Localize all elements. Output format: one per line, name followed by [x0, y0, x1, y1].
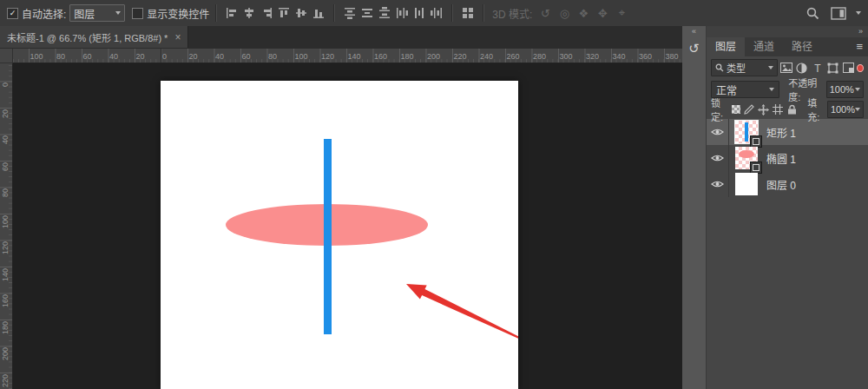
canvas[interactable]: [161, 81, 518, 389]
options-bar-right: [804, 4, 861, 22]
hruler-label: 100: [30, 52, 43, 61]
layer-name[interactable]: 图层 0: [766, 177, 796, 192]
layer-row-ellipse1[interactable]: 椭圆 1: [707, 145, 868, 171]
separator: [215, 4, 217, 22]
expand-panels-button[interactable]: «: [682, 26, 706, 37]
filter-type-layers-icon[interactable]: T: [811, 60, 825, 76]
filter-adjustment-layers-icon[interactable]: [795, 60, 809, 76]
layer-row-rectangle1[interactable]: 矩形 1: [707, 119, 868, 145]
show-transform-group: . 显示变换控件: [132, 6, 209, 21]
layer-thumbnail[interactable]: [735, 173, 758, 195]
panel-menu-icon[interactable]: ≡: [856, 37, 868, 56]
right-panel: « ↺ » 图层 通道 路径 ≡ 类型 T: [682, 26, 868, 389]
chevron-down-icon: [855, 108, 860, 111]
hruler-label: 320: [586, 52, 599, 61]
visibility-eye-icon[interactable]: [707, 171, 729, 197]
vruler-label: 20: [1, 109, 10, 118]
hruler-label: 280: [533, 52, 546, 61]
show-transform-checkbox[interactable]: .: [132, 8, 143, 19]
lock-row: 锁定: 填充: 100%: [707, 100, 868, 119]
layer-name[interactable]: 椭圆 1: [766, 151, 796, 166]
lock-transparent-pixels-icon[interactable]: [731, 102, 741, 116]
hruler-label: 60: [83, 52, 92, 61]
close-icon[interactable]: ×: [174, 31, 181, 43]
distribute-bottom-edges-button[interactable]: [376, 4, 393, 22]
tab-channels[interactable]: 通道: [745, 37, 783, 56]
vruler-label: 200: [1, 347, 10, 360]
history-panel-icon[interactable]: ↺: [682, 37, 706, 60]
hruler-label: 120: [321, 52, 334, 61]
vruler-label: 180: [1, 321, 10, 334]
layer-name[interactable]: 矩形 1: [766, 125, 796, 140]
svg-text:T: T: [814, 63, 821, 73]
show-transform-label: 显示变换控件: [147, 6, 209, 21]
layer-thumbnail-wrap: [735, 173, 758, 195]
fill-field[interactable]: 100%: [827, 101, 864, 118]
hruler-label: 240: [480, 52, 493, 61]
visibility-eye-icon[interactable]: [707, 119, 729, 145]
auto-select-label: 自动选择:: [22, 6, 66, 21]
lock-artboard-nesting-icon[interactable]: [773, 102, 783, 116]
vertical-ruler[interactable]: 020406080100120140160180200220: [0, 63, 13, 389]
filter-pixel-layers-icon[interactable]: [779, 60, 793, 76]
hruler-label: 40: [215, 52, 224, 61]
thumbnail-rectangle-preview: [745, 122, 748, 142]
auto-select-dropdown[interactable]: 图层: [69, 4, 125, 22]
lock-position-icon[interactable]: [758, 102, 769, 116]
tab-paths[interactable]: 路径: [783, 37, 821, 56]
shape-layer-badge-icon[interactable]: [750, 135, 762, 148]
auto-select-checkbox[interactable]: ✓: [7, 8, 18, 19]
distribute-vertical-centers-button[interactable]: [358, 4, 376, 22]
filter-shape-layers-icon[interactable]: [825, 60, 839, 76]
3d-zoom-icon[interactable]: ⌖: [612, 6, 631, 20]
arrow-polygon: [406, 284, 518, 339]
filter-smart-objects-icon[interactable]: [841, 60, 855, 76]
lock-image-pixels-icon[interactable]: [744, 102, 754, 116]
blend-mode-row: 正常 不透明度: 100%: [707, 79, 868, 100]
3d-roll-icon[interactable]: ◎: [555, 7, 574, 20]
layer-filtering-toggle[interactable]: [857, 64, 864, 72]
layer-thumbnail-wrap: [735, 147, 758, 169]
collapse-panels-button[interactable]: »: [707, 26, 868, 37]
hruler-label: 40: [109, 52, 118, 61]
filter-type-dropdown[interactable]: 类型: [711, 59, 778, 76]
layer-row-layer0[interactable]: 图层 0: [707, 171, 868, 197]
align-vertical-centers-button[interactable]: [293, 4, 310, 22]
align-left-edges-button[interactable]: [223, 4, 240, 22]
horizontal-ruler[interactable]: 1008060402002040608010012014016018020022…: [0, 49, 682, 63]
3d-slide-icon[interactable]: ✥: [593, 7, 612, 20]
opacity-field[interactable]: 100%: [826, 81, 864, 98]
hruler-label: 80: [56, 52, 65, 61]
align-bottom-edges-button[interactable]: [310, 4, 327, 22]
chevron-down-icon[interactable]: [856, 11, 861, 15]
hruler-label: 100: [295, 52, 308, 61]
chevron-down-icon: [115, 11, 121, 15]
search-icon[interactable]: [804, 4, 821, 22]
align-horizontal-centers-button[interactable]: [240, 4, 258, 22]
distribute-left-edges-button[interactable]: [393, 4, 411, 22]
workspace-switcher-icon[interactable]: [830, 4, 847, 22]
tab-layers[interactable]: 图层: [707, 37, 745, 56]
3d-orbit-icon[interactable]: ↺: [536, 7, 555, 20]
align-right-edges-button[interactable]: [258, 4, 275, 22]
lock-all-icon[interactable]: [786, 102, 797, 116]
fill-value: 100%: [831, 104, 855, 115]
distribute-right-edges-button[interactable]: [428, 4, 445, 22]
layer-filter-row: 类型 T: [707, 56, 868, 79]
shape-layer-badge-icon[interactable]: [750, 162, 762, 174]
filter-type-value: 类型: [727, 61, 746, 75]
distribute-horizontal-centers-button[interactable]: [411, 4, 428, 22]
thumbnail-ellipse-preview: [739, 150, 754, 158]
hruler-label: 80: [268, 52, 277, 61]
blend-mode-value: 正常: [716, 82, 737, 97]
visibility-eye-icon[interactable]: [707, 145, 729, 171]
separator: [483, 4, 484, 22]
separator: [333, 4, 335, 22]
vruler-label: 40: [1, 135, 10, 144]
align-top-edges-button[interactable]: [275, 4, 293, 22]
document-tab[interactable]: 未标题-1 @ 66.7% (矩形 1, RGB/8#) * ×: [0, 26, 188, 48]
distribute-spacing-button[interactable]: [459, 4, 477, 22]
3d-pan-icon[interactable]: ❖: [574, 7, 593, 20]
opacity-value: 100%: [830, 84, 854, 95]
distribute-top-edges-button[interactable]: [341, 4, 358, 22]
